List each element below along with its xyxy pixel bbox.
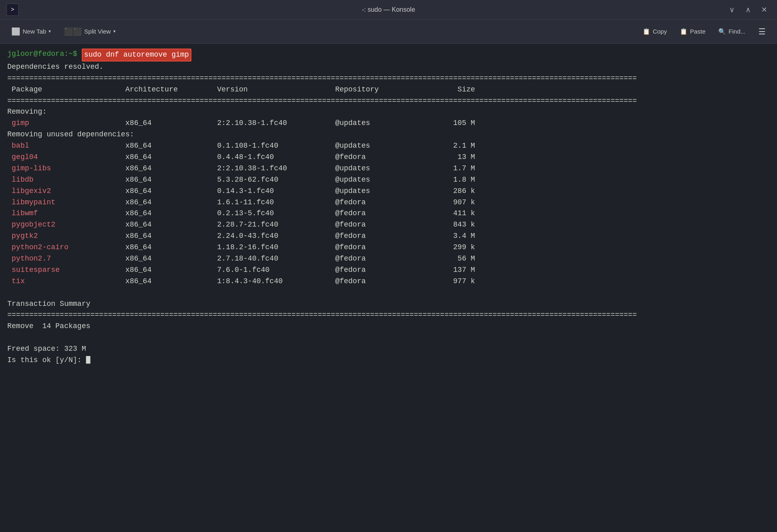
new-tab-button[interactable]: ⬜ New Tab ▾ <box>6 25 56 38</box>
blank-line-1 <box>7 287 770 299</box>
titlebar-left: > <box>6 4 22 16</box>
pkg-libdb: libdb x86_64 5.3.28-62.fc40 @updates 1.8… <box>7 174 770 186</box>
prompt-sep: :~$ <box>64 49 81 61</box>
pkg-gimp-libs: gimp-libs x86_64 2:2.10.38-1.fc40 @updat… <box>7 163 770 174</box>
copy-label: Copy <box>653 28 667 35</box>
separator-2: ========================================… <box>7 95 770 107</box>
separator-1: ========================================… <box>7 73 770 84</box>
find-label: Find... <box>728 28 745 35</box>
close-button[interactable]: ✕ <box>758 3 771 16</box>
new-tab-icon: ⬜ <box>11 27 20 36</box>
separator-3: ========================================… <box>7 309 770 321</box>
paste-label: Paste <box>690 28 705 35</box>
pkg-suitesparse: suitesparse x86_64 7.6.0-1.fc40 @fedora … <box>7 265 770 276</box>
removing-label: Removing: <box>7 106 770 118</box>
command-text: sudo dnf autoremove gimp <box>82 49 191 61</box>
split-view-icon: ⬛⬛ <box>64 27 82 36</box>
toolbar: ⬜ New Tab ▾ ⬛⬛ Split View ▾ 📋 Copy 📋 Pas… <box>0 19 777 44</box>
app-icon: > <box>6 4 19 16</box>
pkg-babl: babl x86_64 0.1.108-1.fc40 @updates 2.1 … <box>7 140 770 152</box>
terminal: jgloor@fedora:~$ sudo dnf autoremove gim… <box>0 44 777 532</box>
pkg-gimp: gimp x86_64 2:2.10.38-1.fc40 @updates 10… <box>7 118 770 129</box>
pkg-tix: tix x86_64 1:8.4.3-40.fc40 @fedora 977 k <box>7 276 770 287</box>
output-line-1: Dependencies resolved. <box>7 61 770 73</box>
terminal-prompt-line: jgloor@fedora:~$ sudo dnf autoremove gim… <box>7 49 770 61</box>
confirm-prompt: Is this ok [y/N]: █ <box>7 355 770 366</box>
split-view-arrow-icon: ▾ <box>113 29 116 34</box>
pkg-python2-cairo: python2-cairo x86_64 1.18.2-16.fc40 @fed… <box>7 242 770 253</box>
blank-line-2 <box>7 332 770 343</box>
pkg-python2.7: python2.7 x86_64 2.7.18-40.fc40 @fedora … <box>7 253 770 265</box>
remove-count: Remove 14 Packages <box>7 321 770 332</box>
menu-button[interactable]: ☰ <box>754 24 771 39</box>
new-tab-label: New Tab <box>23 28 46 35</box>
maximize-button[interactable]: ∧ <box>741 3 754 16</box>
titlebar-title: -: sudo — Konsole <box>362 6 415 13</box>
find-button[interactable]: 🔍 Find... <box>713 25 750 38</box>
pkg-libwmf: libwmf x86_64 0.2.13-5.fc40 @fedora 411 … <box>7 208 770 219</box>
removing-unused-label: Removing unused dependencies: <box>7 129 770 140</box>
pkg-gegl04: gegl04 x86_64 0.4.48-1.fc40 @fedora 13 M <box>7 152 770 163</box>
transaction-summary-label: Transaction Summary <box>7 299 770 310</box>
pkg-libgexiv2: libgexiv2 x86_64 0.14.3-1.fc40 @updates … <box>7 186 770 197</box>
pkg-pygobject2: pygobject2 x86_64 2.28.7-21.fc40 @fedora… <box>7 219 770 231</box>
paste-button[interactable]: 📋 Paste <box>675 25 710 38</box>
new-tab-arrow-icon: ▾ <box>49 29 51 34</box>
prompt-user: jgloor <box>7 49 34 61</box>
prompt-at: @ <box>34 49 38 61</box>
find-icon: 🔍 <box>718 28 726 35</box>
split-view-label: Split View <box>84 28 111 35</box>
titlebar-controls: ∨ ∧ ✕ <box>725 3 771 16</box>
copy-button[interactable]: 📋 Copy <box>638 25 672 38</box>
titlebar: > -: sudo — Konsole ∨ ∧ ✕ <box>0 0 777 19</box>
copy-icon: 📋 <box>643 28 650 35</box>
menu-icon: ☰ <box>758 27 766 36</box>
prompt-host: fedora <box>38 49 64 61</box>
freed-space: Freed space: 323 M <box>7 343 770 355</box>
paste-icon: 📋 <box>680 28 688 35</box>
pkg-pygtk2: pygtk2 x86_64 2.24.0-43.fc40 @fedora 3.4… <box>7 231 770 242</box>
split-view-button[interactable]: ⬛⬛ Split View ▾ <box>59 25 121 38</box>
minimize-button[interactable]: ∨ <box>725 3 738 16</box>
table-header: Package Architecture Version Repository … <box>7 84 770 95</box>
pkg-libmypaint: libmypaint x86_64 1.6.1-11.fc40 @fedora … <box>7 197 770 208</box>
